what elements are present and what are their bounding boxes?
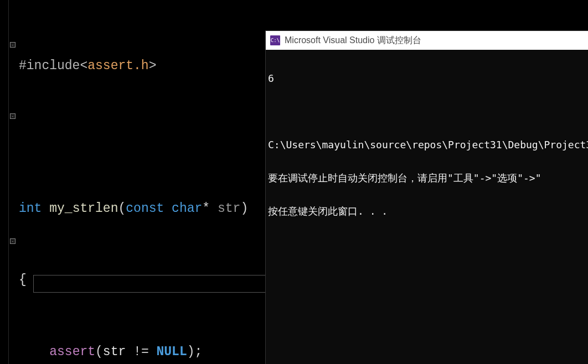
console-output-line: 按任意键关闭此窗口. . . — [268, 206, 586, 217]
fold-toggle-icon[interactable]: - — [10, 113, 16, 119]
console-titlebar[interactable]: C:\ Microsoft Visual Studio 调试控制台 — [266, 31, 588, 50]
console-output-line: 要在调试停止时自动关闭控制台，请启用"工具"->"选项"->" — [268, 173, 586, 184]
vs-icon: C:\ — [270, 35, 280, 45]
console-output-line: 6 — [268, 73, 586, 84]
console-output[interactable]: 6 C:\Users\mayulin\source\repos\Project3… — [266, 50, 588, 364]
fold-gutter: - - - — [9, 0, 17, 364]
debug-console-window[interactable]: C:\ Microsoft Visual Studio 调试控制台 6 C:\U… — [266, 31, 588, 364]
line-number-gutter — [0, 0, 9, 364]
fold-toggle-icon[interactable]: - — [10, 238, 16, 244]
console-output-line: C:\Users\mayulin\source\repos\Project31\… — [268, 139, 586, 150]
fold-toggle-icon[interactable]: - — [10, 42, 16, 48]
console-title-text: Microsoft Visual Studio 调试控制台 — [285, 35, 421, 46]
root: - - - #include<assert.h> int my_strlen(c… — [0, 0, 588, 364]
